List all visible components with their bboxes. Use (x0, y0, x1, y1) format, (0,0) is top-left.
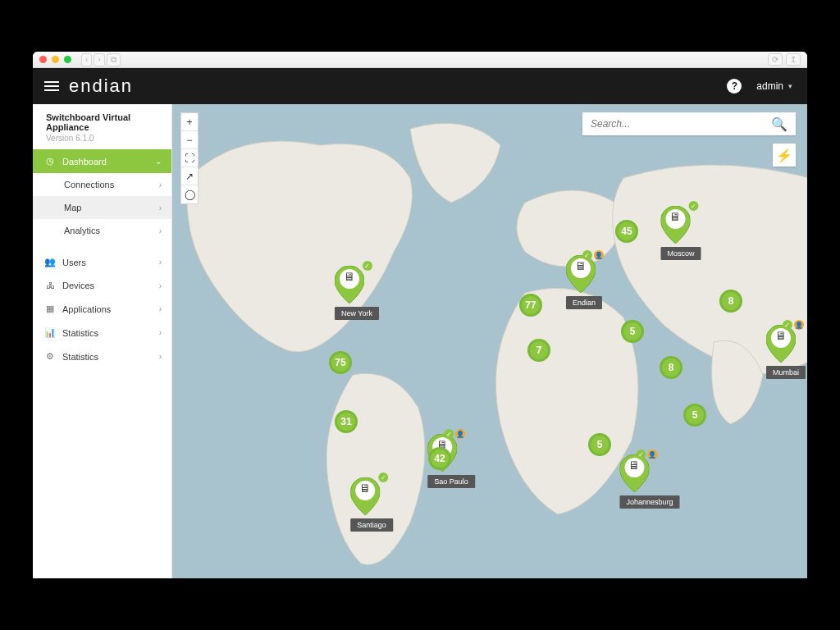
window-minimize-dot[interactable] (52, 56, 59, 63)
chevron-down-icon: ▾ (788, 82, 792, 90)
cluster-count: 5 (621, 320, 644, 343)
device-icon: 🖥 (575, 259, 587, 272)
user-menu[interactable]: admin ▾ (753, 75, 796, 97)
map-pin-hq[interactable]: 🖥✓👤Endian (566, 255, 602, 309)
help-icon[interactable]: ? (727, 79, 742, 94)
map-cluster[interactable]: 8 (719, 290, 742, 313)
map-pin-mumbai[interactable]: 🖥✓👤Mumbai (766, 325, 806, 379)
chevron-right-icon: › (159, 328, 162, 337)
app-header: endian ? admin ▾ (33, 68, 807, 104)
browser-tabs-icon[interactable]: ⧉ (107, 53, 121, 66)
device-icon: 🖥 (669, 210, 681, 223)
map-cluster[interactable]: 42 (428, 447, 451, 470)
fit-button[interactable]: ⛶ (181, 149, 198, 167)
locate-button[interactable]: ◯ (181, 185, 198, 203)
cluster-count: 77 (519, 294, 542, 317)
applications-icon: ▦ (44, 304, 56, 314)
sidebar-item-label: Map (64, 203, 153, 212)
sidebar-item-analytics[interactable]: Analytics› (33, 219, 171, 242)
status-ok-icon: ✓ (363, 261, 372, 271)
window-zoom-dot[interactable] (64, 56, 71, 63)
map-pin-moscow[interactable]: 🖥✓Moscow (660, 206, 701, 260)
cluster-count: 8 (660, 356, 682, 379)
sidebar-item-label: Devices (62, 281, 153, 290)
sidebar-item-applications[interactable]: ▦Applications› (33, 297, 171, 321)
search-input[interactable] (591, 118, 771, 130)
browser-refresh-icon[interactable]: ⟳ (768, 53, 783, 66)
status-ok-icon: ✓ (378, 472, 388, 482)
zoom-in-button[interactable]: + (181, 113, 198, 131)
browser-share-icon[interactable]: ↥ (786, 53, 801, 66)
map-cluster[interactable]: 5 (588, 433, 611, 456)
menu-toggle-icon[interactable] (44, 81, 59, 91)
status-ok-icon: ✓ (444, 429, 454, 439)
sidebar-item-dashboard[interactable]: ◷Dashboard⌄ (33, 149, 171, 173)
bolt-icon: ⚡ (776, 148, 792, 163)
map-pin-label: Sao Paulo (427, 475, 475, 488)
map-pin-johannesburg[interactable]: 🖥✓👤Johannesburg (619, 454, 679, 509)
map-pin-label: Mumbai (766, 366, 806, 379)
browser-back-icon[interactable]: ‹ (81, 53, 92, 66)
chevron-right-icon: › (159, 203, 162, 212)
export-button[interactable]: ↗ (181, 167, 198, 185)
map-pin-label: Endian (566, 296, 602, 309)
map-pin-label: Santiago (350, 518, 393, 532)
map-cluster[interactable]: 75 (329, 351, 352, 374)
map-pin-icon: 🖥✓👤 (766, 325, 796, 363)
cluster-count: 42 (428, 447, 451, 470)
user-name-label: admin (756, 80, 783, 92)
sidebar-item-label: Applications (62, 304, 153, 314)
map-cluster[interactable]: 45 (615, 220, 638, 243)
map-pin-icon: 🖥✓ (335, 266, 364, 304)
sidebar-item-map[interactable]: Map› (33, 196, 171, 219)
sidebar-item-statistics[interactable]: 📊Statistics› (33, 321, 171, 345)
sidebar-item-label: Statistics (62, 352, 153, 362)
zoom-out-button[interactable]: − (181, 131, 198, 149)
window-close-dot[interactable] (39, 56, 47, 63)
device-icon: 🖥 (359, 482, 371, 495)
map-pin-icon: 🖥✓👤 (619, 454, 649, 492)
chevron-right-icon: › (159, 281, 162, 290)
sidebar-item-devices[interactable]: 🖧Devices› (33, 274, 171, 297)
status-user-icon: 👤 (455, 429, 465, 439)
map-tools: + − ⛶ ↗ ◯ (180, 112, 199, 204)
map-cluster[interactable]: 7 (527, 339, 550, 362)
sidebar-item-label: Dashboard (62, 157, 148, 167)
users-icon: 👥 (44, 257, 56, 267)
search-icon[interactable]: 🔍 (771, 116, 788, 132)
cluster-count: 5 (683, 404, 706, 427)
device-icon: 🖥 (628, 459, 640, 472)
device-icon: 🖥 (344, 270, 355, 283)
map-cluster[interactable]: 8 (660, 356, 682, 379)
map-pin-label: Moscow (660, 247, 701, 260)
map-pin-label: Johannesburg (619, 495, 679, 509)
settings-icon: ⚙ (44, 351, 56, 362)
map-cluster[interactable]: 31 (335, 410, 358, 433)
sidebar-item-connections[interactable]: Connections› (33, 173, 171, 196)
map-cluster[interactable]: 77 (519, 294, 542, 317)
status-ok-icon: ✓ (582, 250, 592, 260)
sidebar-header: Switchboard Virtual Appliance Version 6.… (33, 104, 171, 149)
cluster-count: 7 (527, 339, 550, 362)
chevron-right-icon: › (159, 180, 162, 189)
chevron-right-icon: › (159, 352, 162, 361)
chevron-down-icon: ⌄ (155, 157, 162, 166)
quick-action-button[interactable]: ⚡ (773, 144, 796, 167)
sidebar-item-label: Analytics (64, 226, 153, 235)
cluster-count: 5 (588, 433, 611, 456)
chevron-right-icon: › (159, 226, 162, 235)
map-pin-newyork[interactable]: 🖥✓New York (335, 266, 379, 320)
map-pin-icon: 🖥✓ (660, 206, 690, 244)
sidebar-item-statistics2[interactable]: ⚙Statistics› (33, 345, 171, 368)
status-user-icon: 👤 (594, 250, 604, 260)
map-pin-santiago[interactable]: 🖥✓Santiago (350, 477, 393, 532)
map-pin-label: New York (335, 307, 379, 320)
browser-forward-icon[interactable]: › (94, 53, 104, 66)
map-cluster[interactable]: 5 (683, 404, 706, 427)
sidebar: Switchboard Virtual Appliance Version 6.… (33, 104, 172, 578)
map-cluster[interactable]: 5 (621, 320, 644, 343)
cluster-count: 45 (615, 220, 638, 243)
map-canvas[interactable]: + − ⛶ ↗ ◯ 🔍 ⚡ 🖥✓New York🖥✓👤Endian🖥✓Mosco… (172, 104, 807, 578)
sidebar-item-users[interactable]: 👥Users› (33, 250, 171, 274)
dashboard-icon: ◷ (44, 156, 56, 167)
